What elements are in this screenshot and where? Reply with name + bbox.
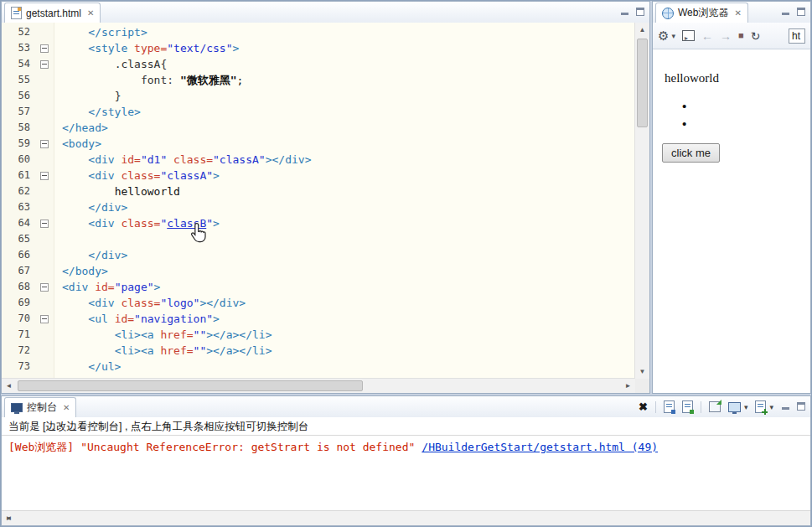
open-console-icon[interactable] [755,400,766,413]
scroll-lock-icon[interactable] [682,400,693,413]
fold-gutter [37,295,54,311]
code-line: 53 <style type="text/css"> [2,40,635,56]
line-number: 64 [2,215,37,231]
line-number: 53 [2,40,37,56]
scroll-down-arrow-icon[interactable]: ▼ [635,364,649,379]
editor-tab-title: getstart.html [26,8,81,19]
code-line: 58</head> [2,120,635,136]
maximize-icon[interactable] [797,8,805,16]
refresh-icon[interactable]: ↻ [751,30,761,42]
code-line: 73 </ul> [2,359,635,375]
tab-web-browser[interactable]: Web浏览器 ✕ [655,3,748,23]
code-text: </body> [54,263,108,279]
code-line: 55 font: "微软雅黑"; [2,72,635,88]
fold-gutter [37,231,54,247]
code-text: <div class="classA"> [54,168,220,183]
display-console-dropdown-icon[interactable]: ▾ [744,403,748,411]
code-line: 66 </div> [2,247,635,263]
minimize-icon[interactable] [782,402,790,411]
horizontal-scrollbar-thumb[interactable] [18,380,363,391]
tab-close-icon[interactable]: ✕ [87,8,94,18]
line-number: 73 [2,359,37,375]
code-text: </div> [54,247,127,263]
line-number: 57 [2,104,37,120]
error-source-label: [Web浏览器] [8,441,74,453]
console-horizontal-scrollbar[interactable]: ◄ ► [2,510,810,525]
fold-toggle-icon[interactable] [37,136,54,152]
fold-gutter [37,120,54,136]
rendered-helloworld-text: helloworld [665,71,810,85]
code-text: <div id="d1" class="classA"></div> [54,152,311,168]
settings-gear-icon[interactable]: ⚙ [658,29,669,42]
error-message: "Uncaught ReferenceError: getStrart is n… [80,441,415,453]
scroll-left-arrow-icon[interactable]: ◄ [2,379,16,393]
browser-url-input[interactable] [789,28,805,44]
stop-icon[interactable]: ■ [738,31,744,40]
code-editor[interactable]: 52 </script>53 <style type="text/css">54… [2,23,649,393]
clear-console-icon[interactable]: ✖ [639,401,648,412]
fold-gutter [37,199,54,215]
back-arrow-icon[interactable]: ← [701,30,713,42]
minimize-icon[interactable] [782,8,790,16]
fold-gutter [37,88,54,104]
line-number: 61 [2,168,37,183]
code-line: 54 .classA{ [2,56,635,72]
editor-vertical-scrollbar[interactable]: ▲ ▼ [634,23,649,379]
console-toolbar: ✖ ▾ ▾ [639,400,773,413]
fold-toggle-icon[interactable] [37,40,54,56]
line-number: 67 [2,263,37,279]
toolbar-separator [701,401,701,413]
console-tab-title: 控制台 [27,400,57,415]
code-text: <body> [54,136,101,152]
line-number: 68 [2,279,37,295]
code-line: 71 <li><a href=""></a></li> [2,327,635,343]
fold-toggle-icon[interactable] [37,168,54,183]
tab-close-icon[interactable]: ✕ [63,403,70,412]
display-console-icon[interactable] [728,402,741,412]
open-external-browser-icon[interactable]: ▸ [682,30,695,41]
code-line: 72 <li><a href=""></a></li> [2,343,635,359]
export-log-icon[interactable] [709,401,721,412]
code-line: 57 </style> [2,104,635,120]
code-text: } [54,88,121,104]
fold-toggle-icon[interactable] [37,279,54,295]
list-bullet: • [653,115,810,132]
click-me-button[interactable]: click me [662,143,720,163]
scroll-up-arrow-icon[interactable]: ▲ [635,23,649,37]
fold-gutter [37,343,54,359]
tab-close-icon[interactable]: ✕ [734,8,741,18]
code-text: <li><a href=""></a></li> [54,327,272,343]
line-number: 54 [2,56,37,72]
fold-toggle-icon[interactable] [37,215,54,231]
maximize-icon[interactable] [797,402,805,411]
error-file-link[interactable]: /HBuilderGetStart/getstart.html (49) [422,441,658,453]
pin-console-icon[interactable] [664,400,675,413]
vertical-scrollbar-thumb[interactable] [637,39,648,127]
code-text: </ul> [54,359,121,375]
code-line: 60 <div id="d1" class="classA"></div> [2,152,635,168]
gear-dropdown-icon[interactable]: ▾ [671,32,675,40]
scroll-right-arrow-icon[interactable]: ► [621,379,635,393]
forward-arrow-icon[interactable]: → [720,30,732,42]
line-number: 59 [2,136,37,152]
browser-viewport: helloworld •• click me [653,49,810,393]
code-text: </script> [54,24,147,40]
fold-toggle-icon[interactable] [37,56,54,72]
console-icon [11,403,23,412]
console-window-controls [782,402,805,411]
code-line: 59<body> [2,136,635,152]
maximize-icon[interactable] [636,8,644,16]
tab-console[interactable]: 控制台 ✕ [4,397,76,417]
code-line: 70 <ul id="navigation"> [2,311,635,327]
code-line: 62 helloworld [2,183,635,199]
fold-toggle-icon[interactable] [37,311,54,327]
editor-horizontal-scrollbar[interactable]: ◄ ► [2,378,635,393]
code-text [54,231,62,247]
scroll-right-arrow-icon[interactable]: ► [2,511,16,525]
open-console-dropdown-icon[interactable]: ▾ [769,403,773,411]
line-number: 69 [2,295,37,311]
minimize-icon[interactable] [621,8,629,16]
code-text: .classA{ [54,56,167,72]
tab-getstart-html[interactable]: getstart.html ✕ [4,3,101,23]
globe-icon [662,8,674,19]
